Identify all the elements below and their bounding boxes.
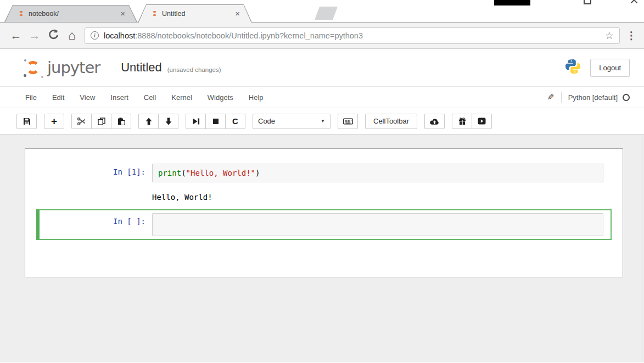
- new-tab-button[interactable]: [315, 7, 338, 20]
- plus-icon: +: [51, 116, 57, 126]
- move-cell-down-button[interactable]: [158, 114, 178, 129]
- save-icon: [23, 118, 31, 125]
- notebook-menubar: File Edit View Insert Cell Kernel Widget…: [0, 86, 644, 108]
- notebook-toolbar: +: [0, 108, 644, 135]
- arrow-up-icon: [145, 118, 153, 125]
- input-prompt: In [ ]:: [42, 213, 152, 236]
- restart-kernel-button[interactable]: C: [225, 114, 245, 129]
- page-info-icon[interactable]: i: [91, 31, 99, 40]
- copy-cell-button[interactable]: [91, 114, 111, 129]
- jupyter-logo-icon[interactable]: [24, 58, 43, 77]
- copy-icon: [98, 118, 105, 125]
- code-cell-1[interactable]: In [1]: print("Hello, World!"): [36, 160, 612, 186]
- checkpoint-status: (unsaved changes): [167, 62, 221, 73]
- window-close-icon[interactable]: [630, 0, 639, 4]
- tab-close-icon[interactable]: ×: [120, 9, 125, 18]
- code-token-print: print: [158, 169, 181, 177]
- paste-cell-button[interactable]: [111, 114, 131, 129]
- cloud-upload-icon: [430, 118, 439, 125]
- dropdown-caret-icon: ▼: [321, 119, 325, 124]
- redacted-window-control: [494, 0, 530, 5]
- url-text: localhost:8888/notebooks/notebook/Untitl…: [104, 31, 605, 40]
- scissors-icon: [77, 118, 86, 125]
- code-token-paren: ): [255, 169, 260, 177]
- cell-type-value: Code: [258, 117, 275, 125]
- window-restore-icon[interactable]: [584, 0, 591, 4]
- divider: [561, 92, 562, 103]
- notebook-container: In [1]: print("Hello, World!") Hello, Wo…: [25, 148, 623, 277]
- code-cell-2-selected[interactable]: In [ ]:: [36, 209, 612, 240]
- tab-close-icon[interactable]: ×: [235, 9, 240, 18]
- publish-notebook-button[interactable]: [424, 114, 445, 129]
- jupyter-logo-text[interactable]: jupyter: [47, 58, 100, 77]
- cell-type-dropdown[interactable]: Code ▼: [253, 114, 331, 129]
- cut-cell-button[interactable]: [71, 114, 92, 129]
- python-logo-icon: [565, 58, 581, 77]
- bookmark-star-icon[interactable]: ☆: [605, 30, 614, 42]
- reload-icon[interactable]: [44, 29, 63, 42]
- menu-kernel[interactable]: Kernel: [164, 88, 200, 107]
- url-bar[interactable]: i localhost:8888/notebooks/notebook/Unti…: [85, 27, 620, 44]
- edit-mode-pencil-icon: ✎: [547, 92, 555, 102]
- menu-widgets[interactable]: Widgets: [200, 88, 241, 107]
- arrow-down-icon: [165, 118, 172, 125]
- input-prompt: In [1]:: [42, 164, 152, 182]
- stop-icon: [212, 118, 220, 125]
- menu-cell[interactable]: Cell: [136, 88, 164, 107]
- celltoolbar-label: CellToolbar: [370, 117, 412, 125]
- play-video-icon: [478, 118, 486, 125]
- add-cell-button[interactable]: +: [44, 114, 64, 129]
- jupyter-favicon-icon: [152, 11, 157, 16]
- output-prompt: [42, 192, 152, 202]
- run-cell-button[interactable]: [186, 114, 206, 129]
- code-token-string: "Hello, World!": [186, 169, 255, 177]
- output-text: Hello, World!: [152, 192, 609, 202]
- interrupt-kernel-button[interactable]: [205, 114, 226, 129]
- move-cell-up-button[interactable]: [138, 114, 159, 129]
- menu-insert[interactable]: Insert: [103, 88, 136, 107]
- code-token-paren: (: [181, 169, 186, 177]
- back-icon[interactable]: ←: [7, 29, 25, 42]
- home-icon[interactable]: ⌂: [63, 28, 81, 43]
- paste-icon: [117, 118, 125, 125]
- code-input-empty[interactable]: [152, 213, 603, 236]
- menu-help[interactable]: Help: [241, 88, 271, 107]
- forward-icon[interactable]: →: [25, 29, 44, 42]
- url-host: localhost: [104, 31, 135, 40]
- save-button[interactable]: [16, 114, 37, 129]
- tutorial-video-button[interactable]: [472, 114, 492, 129]
- browser-tab-untitled[interactable]: Untitled ×: [138, 4, 252, 23]
- kernel-name: Python [default]: [568, 93, 618, 102]
- code-input[interactable]: print("Hello, World!"): [152, 164, 603, 182]
- browser-tab-strip: notebook/ × Untitled ×: [0, 0, 644, 23]
- tab-title: notebook/: [29, 10, 120, 18]
- keyboard-icon: [343, 118, 353, 125]
- gift-icon: [458, 118, 466, 125]
- browser-tab-notebook[interactable]: notebook/ ×: [4, 5, 137, 22]
- notebook-scroll-area[interactable]: In [1]: print("Hello, World!") Hello, Wo…: [0, 135, 644, 362]
- tab-title: Untitled: [162, 10, 235, 18]
- browser-menu-icon[interactable]: ⋮: [625, 29, 637, 42]
- restart-icon: C: [232, 117, 238, 125]
- notebook-title[interactable]: Untitled: [121, 60, 162, 75]
- menu-file[interactable]: File: [18, 88, 44, 107]
- logout-button[interactable]: Logout: [590, 59, 630, 77]
- kernel-idle-indicator-icon: [623, 94, 630, 101]
- nbextension-gift-button[interactable]: [452, 114, 472, 129]
- output-area: Hello, World!: [36, 192, 612, 202]
- url-path: :8888/notebooks/notebook/Untitled.ipynb?…: [135, 31, 363, 40]
- menu-view[interactable]: View: [72, 88, 103, 107]
- command-palette-button[interactable]: [338, 114, 358, 129]
- jupyter-header: jupyter Untitled (unsaved changes) Logou…: [0, 49, 644, 86]
- menu-edit[interactable]: Edit: [44, 88, 72, 107]
- step-forward-icon: [192, 118, 200, 125]
- jupyter-favicon-icon: [19, 11, 24, 16]
- browser-navbar: ← → ⌂ i localhost:8888/notebooks/noteboo…: [0, 23, 644, 49]
- celltoolbar-button[interactable]: CellToolbar: [365, 114, 417, 129]
- scrollbar-track[interactable]: [642, 135, 642, 362]
